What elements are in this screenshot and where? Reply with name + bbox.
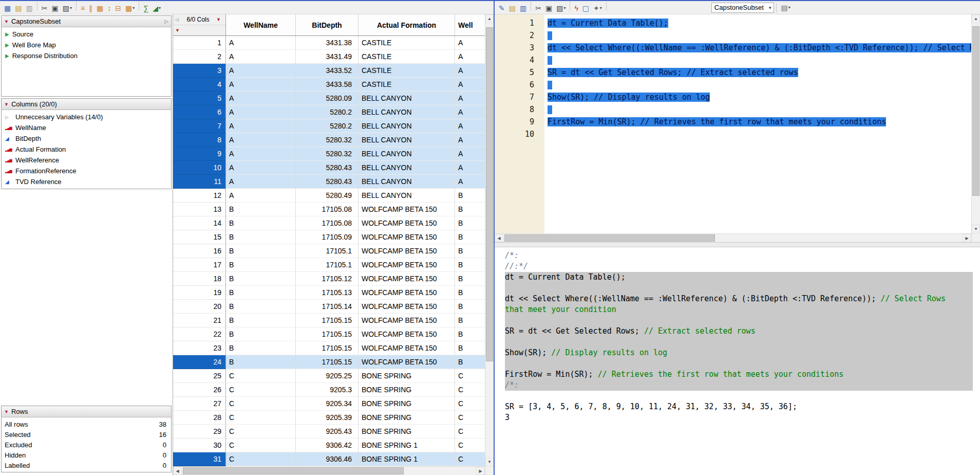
rows-hotspot-icon[interactable]: ▼ <box>175 28 180 33</box>
line-number[interactable]: 2 <box>495 29 544 42</box>
table-cell[interactable]: 5280.2 <box>296 105 359 119</box>
table-cell[interactable]: A <box>455 50 485 64</box>
table-cell[interactable]: BELL CANYON <box>359 133 455 147</box>
chevron-down-icon[interactable]: ▾ <box>563 6 566 10</box>
table-cell[interactable]: C <box>226 383 296 397</box>
table-cell[interactable]: WOLFCAMP BETA 150 <box>359 341 455 355</box>
line-number[interactable]: 3 <box>495 42 544 54</box>
table-cell[interactable]: 9306.42 <box>296 439 359 452</box>
table-cell[interactable]: WOLFCAMP BETA 150 <box>359 355 455 369</box>
table-cell[interactable]: B <box>226 230 296 244</box>
scroll-right-arrow-icon[interactable]: ▶ <box>963 234 971 242</box>
line-number[interactable]: 7 <box>495 91 544 103</box>
chart-icon[interactable]: ◢▾ <box>151 3 162 14</box>
run-script-icon[interactable]: ϟ <box>573 3 579 14</box>
new-window-icon[interactable]: ▢ <box>581 3 591 14</box>
summary-stats-icon[interactable]: ∑ <box>142 3 150 14</box>
table-cell[interactable]: WOLFCAMP BETA 150 <box>359 327 455 341</box>
table-cell[interactable]: A <box>455 64 485 78</box>
column-item-wellname[interactable]: ▂▄▆WellName <box>2 122 171 133</box>
table-cell[interactable]: B <box>226 327 296 341</box>
scrollbar-thumb[interactable] <box>972 26 979 196</box>
scroll-left-arrow-icon[interactable]: ◀ <box>495 234 503 242</box>
table-cell[interactable]: BELL CANYON <box>359 147 455 161</box>
paste-icon[interactable]: ▨▾ <box>61 3 73 14</box>
script-target-combo[interactable]: CapstoneSubset ▾ <box>711 3 775 13</box>
chevron-down-icon[interactable]: ▾ <box>600 6 602 10</box>
table-cell[interactable]: A <box>455 78 485 92</box>
sidebar-item-source[interactable]: ▶Source <box>2 29 171 40</box>
row-number-cell[interactable]: 16 <box>173 244 226 258</box>
editor-line[interactable]: Show(SR); // Display results on log <box>548 91 971 103</box>
row-number-cell[interactable]: 23 <box>173 341 226 355</box>
table-cell[interactable]: A <box>226 161 296 175</box>
table-cell[interactable]: B <box>455 272 485 286</box>
cut-icon[interactable]: ✂ <box>40 3 49 14</box>
table-cell[interactable]: CASTILE <box>359 36 455 50</box>
table-cell[interactable]: 17105.08 <box>296 216 359 230</box>
table-cell[interactable]: B <box>226 272 296 286</box>
table-cell[interactable]: 17105.13 <box>296 286 359 300</box>
row-number-cell[interactable]: 15 <box>173 230 226 244</box>
row-number-cell[interactable]: 17 <box>173 258 226 272</box>
table-cell[interactable]: B <box>455 355 485 369</box>
table-cell[interactable]: B <box>455 258 485 272</box>
table-cell[interactable]: B <box>455 341 485 355</box>
table-cell[interactable]: B <box>455 300 485 314</box>
table-cell[interactable]: 17105.14 <box>296 300 359 314</box>
table-cell[interactable]: 5280.32 <box>296 147 359 161</box>
add-rows-icon[interactable]: ≡ <box>79 3 86 14</box>
disclosure-icon[interactable]: ▷ <box>5 115 14 120</box>
column-header-wellname[interactable]: WellName <box>226 14 296 35</box>
table-cell[interactable]: 5280.49 <box>296 189 359 203</box>
scrollbar-track[interactable] <box>485 23 494 458</box>
table-cell[interactable]: 17105.09 <box>296 230 359 244</box>
table-h-scrollbar[interactable]: ◀ ▶ <box>173 466 485 475</box>
red-triangle-icon[interactable]: ▼ <box>4 102 9 107</box>
collapse-columns-icon[interactable]: ◁ <box>175 17 179 22</box>
table-cell[interactable]: CASTILE <box>359 50 455 64</box>
scroll-left-arrow-icon[interactable]: ◀ <box>173 467 182 475</box>
table-cell[interactable]: 5280.43 <box>296 175 359 189</box>
row-number-cell[interactable]: 13 <box>173 203 226 216</box>
table-cell[interactable]: BELL CANYON <box>359 92 455 105</box>
editor-line[interactable]: FirstRow = Min(SR); // Retrieves the fir… <box>548 116 971 128</box>
table-cell[interactable]: C <box>455 369 485 383</box>
table-cell[interactable]: 17105.1 <box>296 258 359 272</box>
line-number[interactable]: 8 <box>495 103 544 116</box>
row-number-cell[interactable]: 12 <box>173 189 226 203</box>
row-number-cell[interactable]: 7 <box>173 119 226 133</box>
table-cell[interactable]: 3433.58 <box>296 78 359 92</box>
table-cell[interactable]: A <box>226 105 296 119</box>
row-number-cell[interactable]: 9 <box>173 147 226 161</box>
table-cell[interactable]: A <box>226 119 296 133</box>
table-cell[interactable]: 9306.46 <box>296 452 359 466</box>
save-file-icon[interactable]: ▥ <box>518 3 528 14</box>
table-cell[interactable]: C <box>455 383 485 397</box>
table-cell[interactable]: WOLFCAMP BETA 150 <box>359 244 455 258</box>
log-pane[interactable]: /*://:*/dt = Current Data Table(); dt <<… <box>495 247 980 475</box>
editor-line[interactable] <box>548 54 971 66</box>
scroll-down-arrow-icon[interactable]: ▼ <box>485 458 494 466</box>
table-cell[interactable]: B <box>455 327 485 341</box>
scrollbar-track[interactable] <box>182 467 476 475</box>
table-cell[interactable]: B <box>455 216 485 230</box>
table-cell[interactable]: B <box>455 230 485 244</box>
table-cell[interactable]: BELL CANYON <box>359 119 455 133</box>
row-number-cell[interactable]: 22 <box>173 327 226 341</box>
table-cell[interactable]: WOLFCAMP BETA 150 <box>359 230 455 244</box>
editor-line[interactable]: SR = dt << Get Selected Rows; // Extract… <box>548 66 971 79</box>
table-cell[interactable]: WOLFCAMP BETA 150 <box>359 272 455 286</box>
row-number-cell[interactable]: 24 <box>173 355 226 369</box>
scroll-up-arrow-icon[interactable]: ▲ <box>972 14 980 23</box>
table-cell[interactable]: C <box>226 439 296 452</box>
scrollbar-track[interactable] <box>503 234 963 242</box>
table-cell[interactable]: C <box>226 452 296 466</box>
sidebar-item-response-distribution[interactable]: ▶Response Distribution <box>2 50 171 61</box>
column-item-tvd-reference[interactable]: ◢TVD Reference <box>2 176 171 187</box>
row-number-cell[interactable]: 6 <box>173 105 226 119</box>
table-cell[interactable]: C <box>455 411 485 425</box>
table-cell[interactable]: WOLFCAMP BETA 150 <box>359 300 455 314</box>
scroll-right-arrow-icon[interactable]: ▶ <box>476 467 485 475</box>
table-cell[interactable]: 9205.43 <box>296 425 359 439</box>
